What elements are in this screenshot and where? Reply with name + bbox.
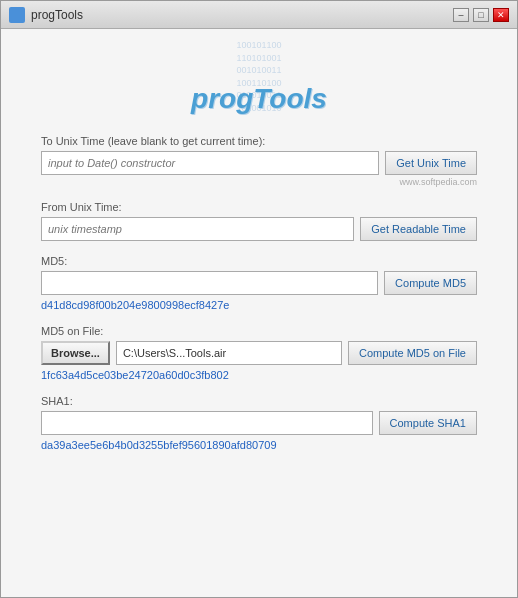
md5-file-label: MD5 on File: — [41, 325, 477, 337]
md5-file-result: 1fc63a4d5ce03be24720a60d0c3fb802 — [41, 369, 477, 381]
app-icon — [9, 7, 25, 23]
compute-md5-file-button[interactable]: Compute MD5 on File — [348, 341, 477, 365]
readable-time-row: Get Readable Time — [41, 217, 477, 241]
readable-time-label: From Unix Time: — [41, 201, 477, 213]
unix-time-section: To Unix Time (leave blank to get current… — [41, 135, 477, 187]
md5-section: MD5: Compute MD5 d41d8cd98f00b204e980099… — [41, 255, 477, 311]
unix-time-input[interactable] — [41, 151, 379, 175]
window-controls: – □ ✕ — [453, 8, 509, 22]
main-window: progTools – □ ✕ 100101100 110101001 0010… — [0, 0, 518, 598]
sha1-section: SHA1: Compute SHA1 da39a3ee5e6b4b0d3255b… — [41, 395, 477, 451]
maximize-button[interactable]: □ — [473, 8, 489, 22]
compute-md5-button[interactable]: Compute MD5 — [384, 271, 477, 295]
window-title: progTools — [31, 8, 453, 22]
unix-time-row: Get Unix Time — [41, 151, 477, 175]
logo-area: 100101100 110101001 001010011 100110100 … — [41, 39, 477, 119]
close-button[interactable]: ✕ — [493, 8, 509, 22]
readable-time-input[interactable] — [41, 217, 354, 241]
minimize-button[interactable]: – — [453, 8, 469, 22]
readable-time-section: From Unix Time: Get Readable Time — [41, 201, 477, 241]
sha1-label: SHA1: — [41, 395, 477, 407]
sha1-result: da39a3ee5e6b4b0d3255bfef95601890afd80709 — [41, 439, 477, 451]
sha1-row: Compute SHA1 — [41, 411, 477, 435]
compute-sha1-button[interactable]: Compute SHA1 — [379, 411, 477, 435]
content-area: 100101100 110101001 001010011 100110100 … — [1, 29, 517, 597]
titlebar: progTools – □ ✕ — [1, 1, 517, 29]
md5-input[interactable] — [41, 271, 378, 295]
get-readable-time-button[interactable]: Get Readable Time — [360, 217, 477, 241]
md5-label: MD5: — [41, 255, 477, 267]
md5-file-section: MD5 on File: Browse... Compute MD5 on Fi… — [41, 325, 477, 381]
watermark: www.softpedia.com — [41, 177, 477, 187]
browse-button[interactable]: Browse... — [41, 341, 110, 365]
unix-time-label: To Unix Time (leave blank to get current… — [41, 135, 477, 147]
md5-row: Compute MD5 — [41, 271, 477, 295]
file-path-input[interactable] — [116, 341, 342, 365]
get-unix-time-button[interactable]: Get Unix Time — [385, 151, 477, 175]
sha1-input[interactable] — [41, 411, 373, 435]
md5-result: d41d8cd98f00b204e9800998ecf8427e — [41, 299, 477, 311]
md5-file-row: Browse... Compute MD5 on File — [41, 341, 477, 365]
app-logo: progTools — [191, 83, 327, 115]
